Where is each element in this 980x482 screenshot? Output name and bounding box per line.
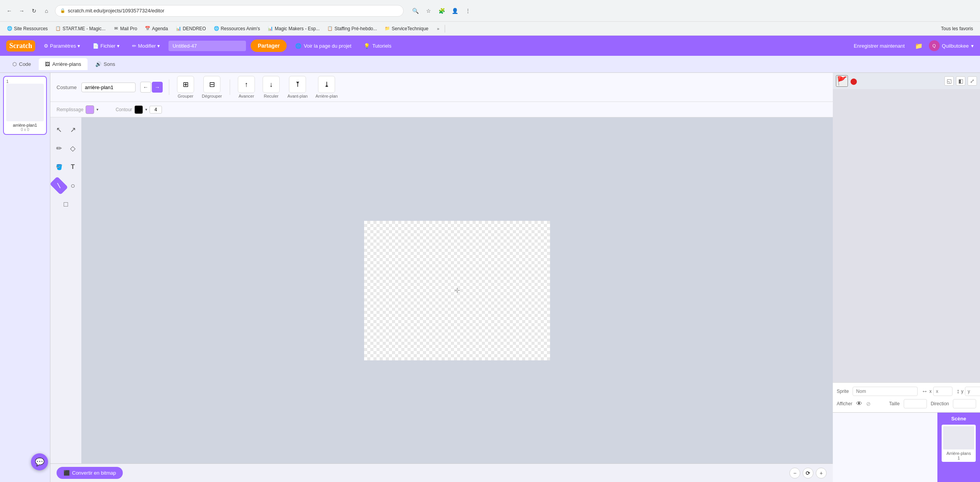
costume-dims-label: 0 x 0	[6, 127, 44, 132]
bookmark-site-ressources[interactable]: 🌐 Site Ressources	[4, 24, 51, 33]
y-input[interactable]	[965, 387, 980, 396]
tool-row-2: ✏ ◇	[53, 141, 78, 156]
scratch-logo[interactable]: Scratch	[6, 40, 35, 52]
convert-bitmap-button[interactable]: ⬛ Convertir en bitmap	[57, 467, 123, 479]
bookmarks-more-button[interactable]: »	[435, 25, 442, 33]
voir-page-button[interactable]: 🌐 Voir la page du projet	[291, 41, 355, 51]
bookmark-service-technique[interactable]: 📁 ServiceTechnique	[382, 24, 432, 33]
sprite-name-input[interactable]	[853, 387, 918, 396]
layout-fullscreen-button[interactable]: ⤢	[968, 76, 977, 86]
avant-plan-button[interactable]: ⤒	[289, 76, 306, 93]
costume-item[interactable]: 1 arrière-plan1 0 x 0	[3, 76, 47, 135]
tab-arriere-plans[interactable]: 🖼 Arrière-plans	[39, 58, 87, 70]
bookmark-icon: 🌐	[7, 26, 12, 31]
canvas[interactable]: ✛	[364, 221, 550, 360]
dir-right-button[interactable]: →	[152, 82, 163, 93]
parametres-menu[interactable]: ⚙ Paramètres ▾	[40, 41, 84, 51]
save-icon-button[interactable]: 📁	[913, 41, 924, 51]
bookmark-agenda[interactable]: 📅 Agenda	[142, 24, 171, 33]
taille-input[interactable]	[904, 399, 927, 408]
bookmark-icon: 📊	[176, 26, 181, 31]
toolbar-divider-2	[230, 79, 230, 95]
fichier-label: Fichier	[100, 43, 115, 49]
chevron-down-icon: ▾	[77, 43, 80, 49]
convert-label: Convertir en bitmap	[72, 470, 116, 476]
bookmark-icon: 📊	[268, 26, 273, 31]
user-avatar: Q	[929, 40, 940, 51]
fill-stroke-toolbar: Remplissage ▾ Contour ▾	[50, 102, 833, 117]
bookmark-mailpro[interactable]: ✉ Mail Pro	[110, 24, 140, 33]
avancer-button[interactable]: ↑	[238, 76, 255, 93]
modifier-menu[interactable]: ✏ Modifier ▾	[128, 41, 164, 51]
project-name-input[interactable]	[168, 41, 246, 51]
eraser-tool-button[interactable]: ◇	[67, 141, 78, 156]
back-button[interactable]: ←	[4, 5, 15, 16]
zoom-out-button[interactable]: −	[789, 468, 800, 479]
home-button[interactable]: ⌂	[41, 5, 52, 16]
avancer-group: ↑ Avancer	[238, 76, 255, 98]
canvas-area[interactable]: ✛	[81, 117, 833, 463]
pencil-tool-button[interactable]: ✏	[53, 141, 64, 156]
bottom-toolbar: ⬛ Convertir en bitmap − ⟳ +	[50, 463, 833, 482]
fill-tool-button[interactable]: 🪣	[53, 159, 64, 175]
eye-hidden-button[interactable]: ⊘	[866, 401, 871, 407]
partager-button[interactable]: Partager	[251, 40, 287, 52]
stroke-color-swatch[interactable]	[134, 105, 143, 114]
fill-dropdown-icon[interactable]: ▾	[96, 107, 98, 112]
stop-button[interactable]: ⬤	[850, 77, 857, 85]
sound-icon: 🔊	[95, 61, 101, 67]
bookmark-dendreo[interactable]: 📊 DENDREO	[173, 24, 209, 33]
grouper-button[interactable]: ⊞	[177, 76, 194, 93]
direction-input[interactable]	[953, 399, 976, 408]
x-input[interactable]	[933, 387, 952, 396]
more-button[interactable]: ⋮	[462, 5, 473, 16]
tab-code[interactable]: ⬡ Code	[6, 58, 37, 70]
costume-thumb-svg	[14, 93, 37, 112]
dir-left-button[interactable]: ←	[140, 82, 151, 93]
browser-chrome: ← → ↻ ⌂ 🔒 scratch.mit.edu/projects/10935…	[0, 0, 980, 22]
forward-button[interactable]: →	[16, 5, 27, 16]
tab-sons[interactable]: 🔊 Sons	[89, 58, 122, 70]
flag-button[interactable]: 🚩	[836, 75, 848, 87]
stroke-dropdown-icon[interactable]: ▾	[145, 107, 147, 112]
fill-color-swatch[interactable]	[86, 105, 94, 114]
account-button[interactable]: 👤	[449, 5, 460, 16]
reshape-tool-button[interactable]: ↗	[67, 122, 78, 138]
costume-name-field[interactable]	[81, 83, 136, 92]
sprite-x-coord: ↔ x	[922, 387, 952, 396]
zoom-reset-button[interactable]: ⟳	[803, 468, 813, 479]
bookmark-staffing[interactable]: 📋 Staffing Pré-hebdo...	[324, 24, 380, 33]
scene-bg-thumbnail[interactable]: Arrière-plans 1	[942, 425, 976, 462]
reload-button[interactable]: ↻	[29, 5, 40, 16]
zoom-in-button[interactable]: +	[816, 468, 827, 479]
stroke-width-input[interactable]	[150, 106, 162, 114]
reculer-icon: ↓	[270, 81, 273, 89]
reculer-button[interactable]: ↓	[263, 76, 280, 93]
user-menu[interactable]: Q Quilbutokee ▾	[929, 40, 974, 51]
bookmark-ressources-anims[interactable]: 🌐 Ressources Anim's	[211, 24, 263, 33]
chat-button[interactable]: 💬	[31, 453, 48, 470]
arriere-plan-button[interactable]: ⤓	[318, 76, 335, 93]
select-tool-button[interactable]: ↖	[53, 122, 64, 138]
enregistrer-button[interactable]: Enregistrer maintenant	[850, 41, 909, 51]
zoom-reset-icon: ⟳	[806, 470, 810, 476]
layout-split-button[interactable]: ◧	[956, 76, 965, 86]
eye-visible-button[interactable]: 👁	[856, 400, 862, 407]
search-button[interactable]: 🔍	[410, 5, 421, 16]
layout-small-button[interactable]: ◱	[944, 76, 954, 86]
fichier-menu[interactable]: 📄 Fichier ▾	[89, 41, 124, 51]
bookmark-startme[interactable]: 📋 START.ME - Magic...	[52, 24, 108, 33]
line-tool-button[interactable]: /	[50, 176, 68, 195]
star-button[interactable]: ☆	[423, 5, 434, 16]
tutoriels-button[interactable]: 💡 Tutoriels	[360, 41, 395, 51]
degrouper-button[interactable]: ⊟	[203, 76, 220, 93]
bookmark-all-favorites[interactable]: Tous les favoris	[938, 24, 976, 33]
circle-tool-button[interactable]: ○	[67, 178, 78, 193]
text-tool-button[interactable]: T	[67, 159, 78, 175]
address-bar[interactable]: 🔒 scratch.mit.edu/projects/1093577324/ed…	[55, 5, 404, 17]
extension-button[interactable]: 🧩	[436, 5, 447, 16]
tab-label: Arrière-plans	[52, 61, 81, 67]
rect-tool-button[interactable]: □	[58, 196, 74, 212]
folder-icon: 📁	[385, 26, 390, 31]
bookmark-magic-makers[interactable]: 📊 Magic Makers - Esp...	[265, 24, 323, 33]
